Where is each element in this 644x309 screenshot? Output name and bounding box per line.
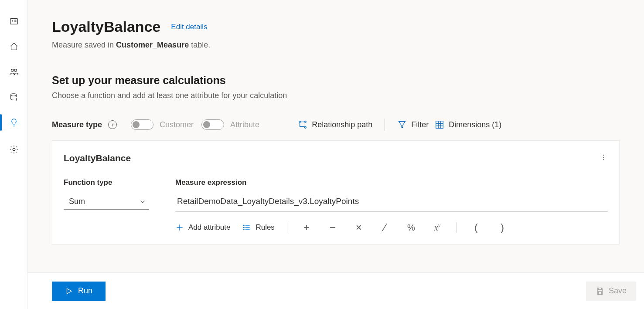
svg-point-9 (299, 121, 301, 123)
svg-point-7 (16, 99, 17, 100)
svg-rect-28 (599, 288, 602, 289)
expression-label: Measure expression (175, 178, 608, 187)
svg-point-11 (305, 121, 307, 123)
controls-row: Measure type i Customer Attribute Relati… (52, 119, 620, 131)
op-paren-open[interactable]: ( (469, 221, 483, 234)
measure-type-label: Measure type (52, 120, 102, 129)
filter-icon (397, 120, 407, 129)
toolbar-separator (287, 222, 287, 233)
edit-details-link[interactable]: Edit details (171, 23, 207, 31)
svg-point-10 (305, 127, 307, 129)
rules-icon (242, 223, 251, 232)
run-button[interactable]: Run (52, 282, 106, 301)
dimensions-label: Dimensions (1) (449, 120, 501, 129)
people-icon (9, 67, 19, 77)
add-attribute-label: Add attribute (188, 223, 230, 232)
expression-column: Measure expression RetailDemoData_Loyalt… (175, 178, 608, 234)
expression-input[interactable]: RetailDemoData_LoyaltyDetails_v3.Loyalty… (175, 194, 608, 212)
function-type-value: Sum (69, 197, 85, 206)
op-percent[interactable]: % (404, 223, 418, 233)
gear-icon (9, 145, 19, 154)
function-type-select[interactable]: Sum (64, 194, 149, 210)
page-title: LoyaltyBalance (52, 18, 160, 35)
op-minus[interactable]: − (326, 221, 340, 234)
svg-point-8 (13, 148, 15, 151)
op-multiply[interactable]: × (352, 221, 366, 234)
relationship-path-button[interactable]: Relationship path (298, 120, 372, 129)
home-icon (9, 42, 19, 51)
save-button-label: Save (609, 286, 627, 295)
lightbulb-icon (9, 118, 19, 127)
section-subtitle: Choose a function and add at least one a… (52, 91, 620, 100)
function-type-column: Function type Sum (64, 178, 149, 234)
rules-label: Rules (256, 223, 274, 232)
add-attribute-button[interactable]: Add attribute (175, 223, 230, 232)
op-plus[interactable]: + (300, 221, 313, 234)
dimensions-icon (435, 120, 444, 129)
toolbar-separator-2 (457, 222, 457, 233)
op-exponent[interactable]: xy (430, 222, 444, 233)
svg-rect-29 (599, 291, 602, 294)
sidebar-item-home[interactable] (0, 34, 27, 59)
op-divide[interactable]: ∕ (378, 221, 392, 234)
plus-icon (175, 223, 184, 232)
svg-rect-0 (10, 19, 17, 24)
relationship-path-icon (298, 120, 307, 129)
svg-point-26 (244, 227, 245, 228)
svg-point-18 (603, 157, 604, 158)
svg-rect-12 (436, 121, 443, 129)
main-content: LoyaltyBalance Edit details Measure save… (27, 0, 644, 272)
saved-in-text: Measure saved in Customer_Measure table. (52, 41, 620, 50)
separator (385, 119, 385, 131)
chevron-down-icon (139, 198, 147, 206)
svg-point-17 (603, 155, 604, 156)
svg-point-19 (603, 159, 604, 160)
rules-button[interactable]: Rules (242, 223, 274, 232)
save-icon (596, 287, 604, 295)
sidebar-item-settings[interactable] (0, 137, 27, 162)
svg-point-1 (12, 20, 13, 21)
card-more-button[interactable] (597, 151, 610, 163)
sidebar (0, 0, 27, 309)
sidebar-item-card[interactable] (0, 9, 27, 34)
toggle-attribute[interactable] (201, 119, 224, 130)
card-title: LoyaltyBalance (64, 153, 608, 163)
run-button-label: Run (78, 286, 92, 295)
measure-card: LoyaltyBalance Function type Sum Measure… (52, 140, 620, 244)
id-card-icon (9, 17, 19, 26)
dimensions-button[interactable]: Dimensions (1) (435, 120, 501, 129)
footer: Run Save (27, 272, 644, 309)
more-vertical-icon (600, 153, 607, 161)
sidebar-item-data[interactable] (0, 85, 27, 110)
svg-point-5 (14, 69, 16, 72)
play-icon (65, 287, 73, 295)
filter-label: Filter (411, 120, 429, 129)
section-title: Set up your measure calculations (52, 74, 620, 87)
saved-suffix: table. (189, 41, 210, 49)
svg-point-25 (244, 225, 245, 226)
op-paren-close[interactable]: ) (495, 221, 509, 234)
relationship-path-label: Relationship path (312, 120, 372, 129)
saved-table-name: Customer_Measure (116, 41, 189, 49)
toggle-customer-label: Customer (160, 120, 194, 129)
svg-point-27 (244, 229, 245, 230)
svg-point-6 (10, 94, 16, 96)
database-icon (9, 92, 19, 102)
info-icon[interactable]: i (108, 120, 117, 129)
svg-point-4 (11, 69, 13, 72)
sidebar-item-customers[interactable] (0, 59, 27, 85)
save-button: Save (586, 282, 636, 301)
filter-button[interactable]: Filter (397, 120, 429, 129)
expression-toolbar: Add attribute Rules + − × ∕ % xy ( ) (175, 221, 608, 234)
function-type-label: Function type (64, 178, 149, 187)
toggle-attribute-label: Attribute (230, 120, 259, 129)
saved-prefix: Measure saved in (52, 41, 116, 49)
sidebar-item-insights[interactable] (0, 110, 27, 135)
toggle-customer[interactable] (131, 119, 153, 130)
